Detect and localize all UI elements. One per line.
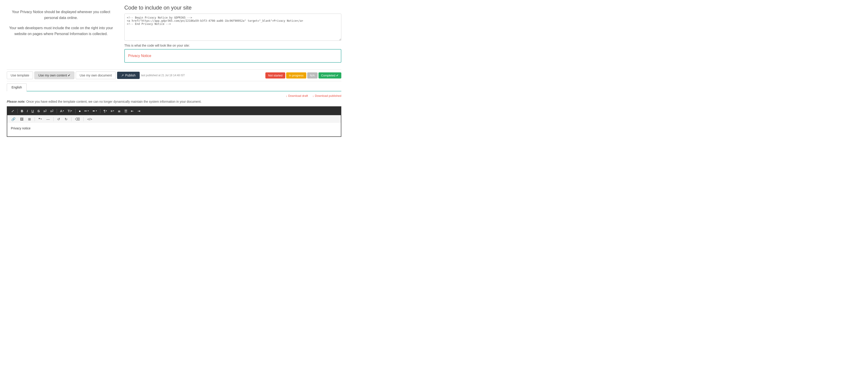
publish-icon: ↗ — [121, 73, 124, 77]
code-preview-box: Privacy Notice — [124, 49, 341, 63]
download-published-link[interactable]: Download published — [312, 94, 341, 97]
publish-label: Publish — [125, 73, 135, 77]
strikethrough-button[interactable]: S — [36, 109, 41, 113]
code-textarea[interactable]: <!-- Begin Privacy Notice by GDPR365 -->… — [124, 13, 341, 41]
subscript-button[interactable]: x2 — [42, 109, 48, 113]
unordered-list-button[interactable]: ☰ — [123, 109, 129, 113]
badge-completed: Completed ✔ — [318, 72, 341, 79]
paragraph-button[interactable]: ¶▾ — [102, 109, 108, 113]
blockquote-button[interactable]: ❝▾ — [37, 117, 43, 121]
table-button[interactable]: ⊞ — [27, 117, 32, 121]
separator-4 — [100, 109, 100, 113]
left-info-panel: Your Privacy Notice should be displayed … — [7, 4, 115, 63]
badge-in-progress: In progress — [286, 72, 306, 79]
preview-label: This is what the code will look like on … — [124, 43, 341, 47]
pen2-button[interactable]: ✒▾ — [91, 109, 98, 113]
notice-body: Once you have edited the template conten… — [25, 100, 202, 103]
info-paragraph-1: Your Privacy Notice should be displayed … — [7, 9, 115, 21]
use-template-button[interactable]: Use template — [7, 71, 33, 79]
download-links: Download draft Download published — [7, 91, 341, 99]
redo-button[interactable]: ↻ — [63, 117, 69, 121]
code-button[interactable]: </> — [86, 117, 94, 121]
editor: ⤢ B I U S x2 x2 A▾ TI▾ ● ✏▾ ✒▾ ¶▾ ≡▾ ≣ ☰… — [7, 106, 341, 137]
status-badges: Not started In progress N/A Completed ✔ — [266, 72, 341, 79]
separator-3 — [75, 109, 75, 113]
editor-toolbar-row1: ⤢ B I U S x2 x2 A▾ TI▾ ● ✏▾ ✒▾ ¶▾ ≡▾ ≣ ☰… — [7, 107, 341, 115]
link-button[interactable]: 🔗 — [10, 117, 17, 121]
badge-na: N/A — [307, 72, 318, 79]
undo-button[interactable]: ↺ — [56, 117, 61, 121]
right-code-panel: Code to include on your site <!-- Begin … — [124, 4, 341, 63]
code-section-title: Code to include on your site — [124, 4, 341, 11]
info-paragraph-2: Your web developers must include the cod… — [7, 25, 115, 37]
editor-content[interactable]: Privacy notice — [7, 123, 341, 137]
superscript-button[interactable]: x2 — [49, 109, 55, 113]
separator-6 — [53, 117, 54, 121]
italic-button[interactable]: I — [26, 109, 29, 113]
publish-button[interactable]: ↗ Publish — [117, 72, 140, 79]
privacy-notice-preview-link[interactable]: Privacy Notice — [128, 54, 151, 58]
use-own-document-button[interactable]: Use my own document — [76, 71, 116, 79]
notice-bold: Please note: — [7, 100, 25, 103]
expand-button[interactable]: ⤢ — [10, 109, 16, 113]
tab-english-label: English — [11, 86, 22, 89]
image-button[interactable]: 🖼 — [19, 117, 25, 121]
pen-button[interactable]: ✏▾ — [83, 109, 90, 113]
editor-content-text: Privacy notice — [11, 126, 31, 130]
separator-2 — [57, 109, 57, 113]
hr-button[interactable]: — — [45, 117, 51, 121]
indent-right-button[interactable]: ⇥ — [136, 109, 142, 113]
underline-button[interactable]: U — [30, 109, 35, 113]
tab-english[interactable]: English — [7, 84, 27, 91]
indent-left-button[interactable]: ⇤ — [129, 109, 135, 113]
align-button[interactable]: ≡▾ — [109, 109, 116, 113]
separator-7 — [71, 117, 71, 121]
eraser-button[interactable]: ⌫ — [74, 117, 81, 121]
use-own-content-button[interactable]: Use my own content ✔ — [34, 71, 74, 79]
ordered-list-button[interactable]: ≣ — [116, 109, 122, 113]
notice-text: Please note: Once you have edited the te… — [7, 99, 341, 104]
editor-toolbar-row2: 🔗 🖼 ⊞ ❝▾ — ↺ ↻ ⌫ </> — [7, 115, 341, 123]
bold-button[interactable]: B — [20, 109, 25, 113]
download-draft-link[interactable]: Download draft — [286, 94, 308, 97]
highlight-button[interactable]: ● — [77, 109, 82, 113]
font-color-button[interactable]: A▾ — [59, 109, 65, 113]
font-size-button[interactable]: TI▾ — [66, 109, 73, 113]
action-toolbar: Use template Use my own content ✔ Use my… — [7, 69, 341, 81]
badge-not-started: Not started — [266, 72, 285, 79]
language-tabs: English — [7, 84, 341, 91]
publish-time: last published at 21 Jul 18 14:48 IST — [141, 74, 185, 77]
